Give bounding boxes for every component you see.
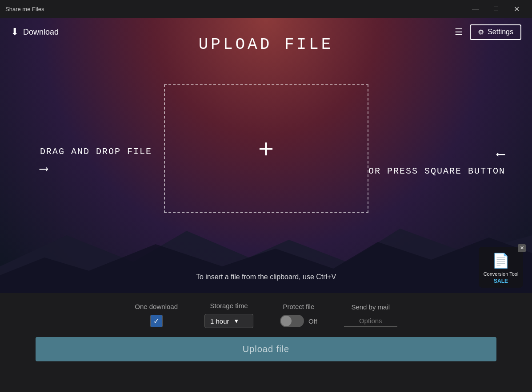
- drag-drop-label: DRAG AND DROP FILE: [40, 147, 152, 157]
- protect-file-state: Off: [308, 317, 317, 325]
- minimize-button[interactable]: —: [465, 0, 486, 18]
- toggle-thumb: [281, 316, 292, 326]
- clipboard-hint: To insert a file from the clipboard, use…: [0, 273, 532, 281]
- upload-file-button[interactable]: Upload file: [36, 337, 496, 361]
- plus-icon: +: [258, 135, 274, 162]
- send-by-mail-label: Send by mail: [351, 303, 390, 311]
- window-chrome: Share me Files — □ ✕: [0, 0, 532, 18]
- bottom-panel: One download ✓ Storage time 1 hour ▾ Pro…: [0, 293, 532, 392]
- storage-time-label: Storage time: [210, 302, 248, 309]
- upload-button-container: Upload file: [0, 333, 532, 375]
- checkmark-icon: ✓: [153, 317, 159, 325]
- pdf-ad-close-button[interactable]: ✕: [518, 244, 526, 252]
- close-button[interactable]: ✕: [506, 0, 527, 18]
- one-download-checkbox[interactable]: ✓: [150, 315, 163, 327]
- drag-drop-text: DRAG AND DROP FILE ⟶: [40, 147, 152, 176]
- protect-file-toggle[interactable]: [280, 315, 304, 327]
- one-download-label: One download: [135, 303, 178, 310]
- controls-row: One download ✓ Storage time 1 hour ▾ Pro…: [0, 293, 532, 333]
- upload-title: UPLOAD FILE: [0, 36, 532, 54]
- storage-time-dropdown[interactable]: 1 hour ▾: [204, 314, 253, 328]
- settings-label: Settings: [488, 28, 513, 36]
- storage-time-group: Storage time 1 hour ▾: [204, 302, 253, 328]
- protect-file-toggle-container: Off: [280, 315, 317, 327]
- square-btn-label: OR PRESS SQUARE BUTTON: [368, 166, 505, 176]
- window-controls: — □ ✕: [465, 0, 527, 18]
- one-download-group: One download ✓: [135, 303, 178, 327]
- protect-file-label: Protect file: [283, 303, 314, 310]
- pdf-conversion-ad: ✕ 📄 Conversion Tool SALE: [479, 247, 523, 288]
- arrow-right-icon: ⟶: [40, 161, 152, 176]
- protect-file-group: Protect file Off: [280, 303, 317, 327]
- pdf-ad-sale-badge: SALE: [482, 278, 520, 284]
- square-button-text: ⟵ OR PRESS SQUARE BUTTON: [368, 147, 505, 176]
- send-by-mail-group: Send by mail: [344, 303, 397, 327]
- chevron-down-icon: ▾: [235, 317, 238, 325]
- pdf-icon: 📄: [482, 252, 520, 269]
- storage-time-value: 1 hour: [210, 317, 229, 325]
- mail-options-input[interactable]: [344, 315, 397, 327]
- settings-gear-icon: ⚙: [478, 28, 484, 36]
- arrow-left-icon: ⟵: [368, 147, 505, 162]
- maximize-button[interactable]: □: [486, 0, 506, 18]
- window-title: Share me Files: [5, 6, 44, 12]
- mountains-decoration: [0, 222, 532, 293]
- pdf-ad-label: Conversion Tool: [482, 271, 520, 277]
- drop-zone[interactable]: +: [164, 84, 368, 213]
